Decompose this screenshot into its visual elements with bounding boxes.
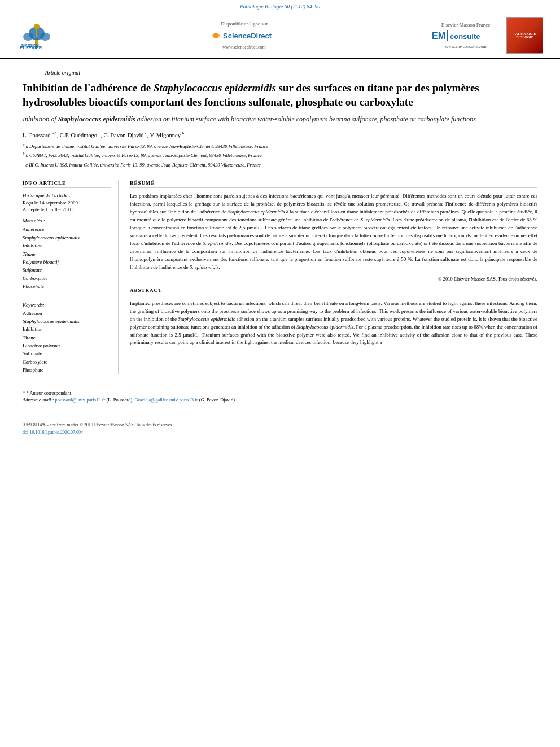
mc-sulfonate: Sulfonate xyxy=(23,266,111,274)
resume-title: RÉSUMÉ xyxy=(130,180,537,188)
em-consulte-block: Elsevier Masson France EM consulte www.e… xyxy=(432,17,543,54)
sciencedirect-brand: ScienceDirect xyxy=(208,28,281,43)
kw-phosphate: Phosphate xyxy=(23,366,111,374)
em-consulte-url: www.em-consulte.com xyxy=(445,44,487,49)
kw-titane: Titane xyxy=(23,334,111,342)
keywords-label: Keywords: xyxy=(23,302,111,308)
affil-c: c c BPC, Inserm U 698, institut Galilée,… xyxy=(23,160,537,169)
doi-line: doi:10.1016/j.patbio.2010.07.004 xyxy=(23,429,537,436)
svg-point-4 xyxy=(34,24,40,29)
mc-polymere: Polymère bioactif xyxy=(23,258,111,266)
article-type: Article original xyxy=(23,65,537,78)
em-consulte-svg: EM consulte xyxy=(432,29,500,43)
email1[interactable]: poussard@univ-paris13.fr xyxy=(55,397,106,403)
journal-title: Pathologie Biologie 60 (2012) 84–90 xyxy=(240,4,320,10)
svg-text:consulte: consulte xyxy=(450,32,480,41)
mots-cles-label: Mots clés : xyxy=(23,218,111,224)
svg-text:EM: EM xyxy=(432,31,445,41)
email-line: Adresse e-mail : poussard@univ-paris13.f… xyxy=(23,396,537,404)
affiliations: a a Département de chimie, institut Gali… xyxy=(23,142,537,175)
footnotes: * * Auteur correspondant. Adresse e-mail… xyxy=(23,386,537,404)
email1-name: (L. Poussard), xyxy=(106,397,133,403)
keywords-en-section: Keywords: Adhesion Staphylococcus epider… xyxy=(23,302,111,374)
email2-name: (G. Pavon-Djavid). xyxy=(199,397,236,403)
historique-section: Historique de l'article : Reçu le 14 sep… xyxy=(23,193,111,212)
kw-adhesion: Adhesion xyxy=(23,309,111,317)
mc-staph: Staphylococcus epidermidis xyxy=(23,234,111,242)
svg-point-3 xyxy=(40,33,50,41)
article-type-label: Article original xyxy=(45,69,80,76)
elsevier-logo-svg: ELSEVIER MASSON xyxy=(17,20,56,51)
mots-cles-section: Mots clés : Adhérence Staphylococcus epi… xyxy=(23,218,111,290)
resume-text: Les prothèses implantées chez l'homme so… xyxy=(130,193,537,271)
article-title-fr: Inhibition de l'adhérence de Staphylococ… xyxy=(23,81,537,109)
abstract-column: RÉSUMÉ Les prothèses implantées chez l'h… xyxy=(130,180,537,374)
bottom-bar: 0369-8114/$ – see front matter © 2010 El… xyxy=(0,418,560,440)
star-note: * * Auteur correspondant. xyxy=(23,390,537,397)
accepte-value: Accepté le 1 juillet 2010 xyxy=(23,207,111,212)
kw-staph: Staphylococcus epidermidis xyxy=(23,317,111,325)
kw-inhibition: Inhibition xyxy=(23,325,111,333)
disponible-text: Disponible en ligne sur xyxy=(221,21,268,27)
mc-adherence: Adhérence xyxy=(23,225,111,233)
elsevier-masson-logo: ELSEVIER MASSON xyxy=(17,20,56,51)
mc-titane: Titane xyxy=(23,250,111,258)
sciencedirect-logo: ScienceDirect xyxy=(208,28,281,43)
sciencedirect-url: www.sciencedirect.com xyxy=(222,45,265,50)
authors-line: L. Poussard a,*, C.P. Ouédraogo b, G. Pa… xyxy=(23,131,537,138)
sciencedirect-block: Disponible en ligne sur ScienceDirect ww… xyxy=(208,21,281,50)
em-consulte-logo: Elsevier Masson France EM consulte www.e… xyxy=(432,22,500,49)
svg-point-2 xyxy=(23,33,33,41)
copyright-fr: © 2010 Elsevier Masson SAS. Tous droits … xyxy=(130,276,537,282)
kw-sulfonate: Sulfonate xyxy=(23,350,111,357)
recu-value: Reçu le 14 septembre 2009 xyxy=(23,200,111,206)
elsevier-masson-france: Elsevier Masson France xyxy=(441,22,490,28)
biologie-label: BIOLOGIE xyxy=(516,36,533,39)
auteur-correspondant: * Auteur correspondant. xyxy=(26,390,72,396)
logo-bar: ELSEVIER MASSON Disponible en ligne sur … xyxy=(0,12,560,59)
abstract-section: ABSTRACT Implanted prostheses are someti… xyxy=(130,287,537,347)
historique-label: Historique de l'article : xyxy=(23,193,111,198)
info-article-title: INFO ARTICLE xyxy=(23,180,111,188)
two-column-section: INFO ARTICLE Historique de l'article : R… xyxy=(23,180,537,374)
issn-line: 0369-8114/$ – see front matter © 2010 El… xyxy=(23,422,537,429)
affil-b: b b CSPBAT, FRE 3043, institut Galilée, … xyxy=(23,151,537,159)
adresse-email-label: Adresse e-mail : xyxy=(23,397,54,403)
svg-text:MASSON: MASSON xyxy=(21,43,39,47)
journal-cover: PATHOLOGIE BIOLOGIE xyxy=(506,17,543,54)
page: Pathologie Biologie 60 (2012) 84–90 ELS xyxy=(0,0,560,747)
kw-carboxylate: Carboxylate xyxy=(23,358,111,366)
mc-phosphate: Phosphate xyxy=(23,282,111,290)
email2[interactable]: Graciela@galilee.univ-paris13.fr xyxy=(135,397,198,403)
main-content: Article original Inhibition de l'adhéren… xyxy=(0,59,560,409)
kw-bioactive: Bioactive polymer xyxy=(23,342,111,350)
abstract-text: Implanted prostheses are sometimes subje… xyxy=(130,300,537,347)
article-title-en: Inhibition of Staphylococcus epidermidis… xyxy=(23,115,537,124)
affil-a: a a Département de chimie, institut Gali… xyxy=(23,142,537,150)
doi-value: doi:10.1016/j.patbio.2010.07.004 xyxy=(23,430,83,435)
svg-text:ScienceDirect: ScienceDirect xyxy=(223,32,272,40)
info-article-column: INFO ARTICLE Historique de l'article : R… xyxy=(23,180,119,374)
top-header: Pathologie Biologie 60 (2012) 84–90 xyxy=(0,0,560,12)
abstract-title: ABSTRACT xyxy=(130,287,537,295)
mc-inhibition: Inhibition xyxy=(23,242,111,250)
mc-carboxylate: Carboxylate xyxy=(23,274,111,282)
